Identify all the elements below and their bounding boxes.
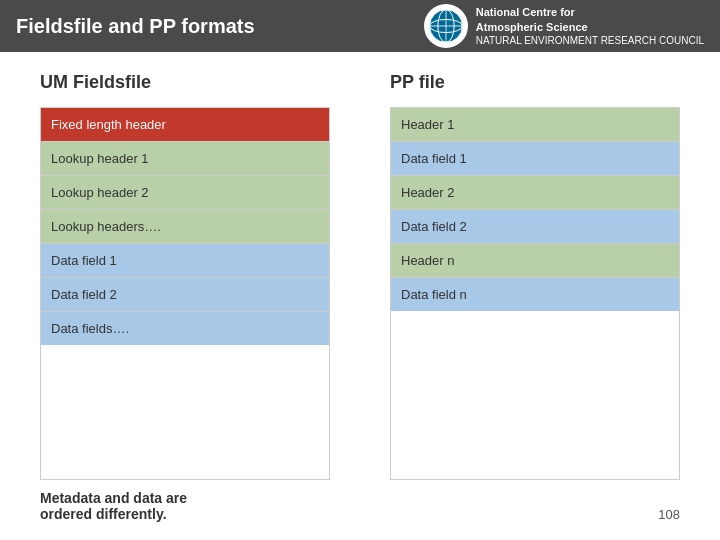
page-title: Fieldsfile and PP formats [16,15,255,38]
um-row-fixed-length-header: Fixed length header [41,108,329,142]
um-row-data-n: Data fields…. [41,312,329,345]
columns-row: UM Fieldsfile Fixed length header Lookup… [40,72,680,480]
pp-row-data-n: Data field n [391,278,679,311]
logo-text: National Centre for Atmospheric Science … [476,5,704,47]
pp-row-header-n: Header n [391,244,679,278]
pp-row-data-1: Data field 1 [391,142,679,176]
pp-column-title: PP file [390,72,680,93]
um-row-lookup-2: Lookup header 2 [41,176,329,210]
header-bar: Fieldsfile and PP formats National Centr… [0,0,720,52]
um-table: Fixed length header Lookup header 1 Look… [40,107,330,480]
um-fieldsfile-column: UM Fieldsfile Fixed length header Lookup… [40,72,330,480]
main-content: UM Fieldsfile Fixed length header Lookup… [0,52,720,540]
pp-row-header-2: Header 2 [391,176,679,210]
logo-icon [424,4,468,48]
logo-area: National Centre for Atmospheric Science … [424,4,704,48]
um-row-lookup-n: Lookup headers…. [41,210,329,244]
um-row-data-1: Data field 1 [41,244,329,278]
page-number: 108 [658,507,680,522]
um-column-title: UM Fieldsfile [40,72,330,93]
um-row-lookup-1: Lookup header 1 [41,142,329,176]
um-row-data-2: Data field 2 [41,278,329,312]
pp-file-column: PP file Header 1 Data field 1 Header 2 D… [390,72,680,480]
pp-row-header-1: Header 1 [391,108,679,142]
footer-note: Metadata and data are ordered differentl… [40,490,240,522]
pp-row-data-2: Data field 2 [391,210,679,244]
pp-table: Header 1 Data field 1 Header 2 Data fiel… [390,107,680,480]
footer-row: Metadata and data are ordered differentl… [40,490,680,530]
